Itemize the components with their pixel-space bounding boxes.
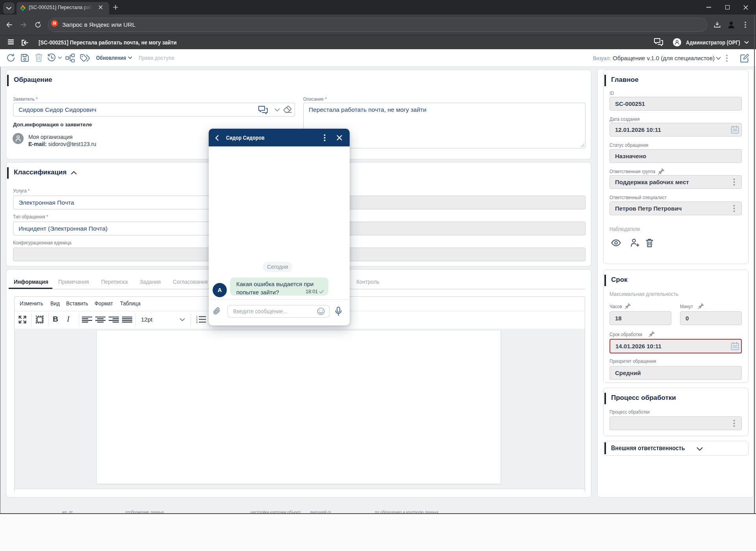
svg-text:3: 3 — [196, 321, 198, 323]
svg-text:2: 2 — [196, 318, 198, 321]
